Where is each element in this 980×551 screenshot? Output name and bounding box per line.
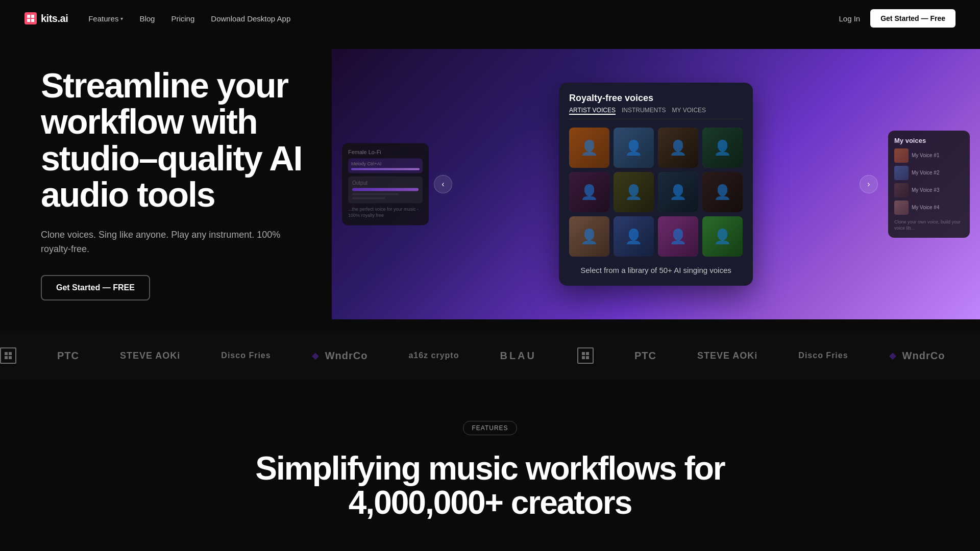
my-voice-thumb-2 <box>894 165 909 180</box>
chevron-down-icon: ▾ <box>120 16 123 21</box>
voice-cell-3[interactable]: 👤 <box>658 128 698 168</box>
my-voice-name-3: My Voice #3 <box>912 187 939 193</box>
features-badge: FEATURES <box>463 421 517 435</box>
tab-instruments[interactable]: INSTRUMENTS <box>622 107 666 115</box>
logo-discofries: Disco Fries <box>221 351 271 360</box>
my-voice-name-4: My Voice #4 <box>912 205 939 210</box>
svg-rect-4 <box>5 352 8 355</box>
nav-pricing[interactable]: Pricing <box>171 14 194 23</box>
features-title-line2: 4,000,000+ creators <box>349 484 631 521</box>
logo-ptc-2: PTC <box>634 350 656 362</box>
navbar: kits.ai Features ▾ Blog Pricing Download… <box>0 0 980 37</box>
nav-links: Features ▾ Blog Pricing Download Desktop… <box>88 14 290 23</box>
voice-cell-7[interactable]: 👤 <box>658 172 698 212</box>
hero-cta-button[interactable]: Get Started — FREE <box>41 275 150 300</box>
wndrco-icon-2: ◆ <box>889 350 896 361</box>
main-voices-card: Royalty-free voices ARTIST VOICES INSTRU… <box>559 83 753 286</box>
hero-left: Streamline your workflow with studio–qua… <box>0 37 332 331</box>
svg-rect-1 <box>31 15 34 18</box>
left-preview-card: Female Lo-Fi Melody Ctrl+AI Output ...th… <box>342 143 429 225</box>
logo-discofries-2: Disco Fries <box>798 351 848 360</box>
output-box: Output <box>348 176 423 203</box>
logo-ptc: PTC <box>57 350 79 362</box>
logo-item-grid-2 <box>577 347 594 364</box>
tab-my-voices[interactable]: MY VOICES <box>672 107 706 115</box>
logo-text: kits.ai <box>41 13 68 24</box>
left-card-label: Female Lo-Fi <box>348 149 423 155</box>
my-voice-item-4: My Voice #4 <box>894 200 964 214</box>
my-voice-thumb-4 <box>894 200 909 214</box>
hero-title: Streamline your workflow with studio–qua… <box>41 67 307 213</box>
audio-bar <box>352 188 419 191</box>
my-voice-item-1: My Voice #1 <box>894 148 964 162</box>
features-section: FEATURES Simplifying music workflows for… <box>0 380 980 551</box>
my-voice-item-3: My Voice #3 <box>894 183 964 197</box>
nav-cta-button[interactable]: Get Started — Free <box>870 9 955 28</box>
voice-cell-9[interactable]: 👤 <box>569 216 609 257</box>
nav-right: Log In Get Started — Free <box>839 9 955 28</box>
right-preview-card: My voices My Voice #1 My Voice #2 My Voi… <box>888 130 970 237</box>
nav-features[interactable]: Features ▾ <box>88 14 123 23</box>
login-button[interactable]: Log In <box>839 14 860 23</box>
logo-item-grid <box>0 347 16 364</box>
card-caption: Select from a library of 50+ AI singing … <box>569 265 743 276</box>
svg-rect-2 <box>27 19 30 22</box>
voice-cell-1[interactable]: 👤 <box>569 128 609 168</box>
svg-rect-6 <box>5 356 8 359</box>
hero-subtitle: Clone voices. Sing like anyone. Play any… <box>41 228 307 257</box>
hero-carousel: Female Lo-Fi Melody Ctrl+AI Output ...th… <box>332 49 980 319</box>
my-voice-name-2: My Voice #2 <box>912 170 939 176</box>
my-voice-thumb-3 <box>894 183 909 197</box>
logo-blau: BLAU <box>500 350 536 362</box>
right-caption-text: Clone your own voice, build your voice l… <box>894 218 964 231</box>
logo-a16z: a16z crypto <box>408 351 459 360</box>
logo-icon <box>24 12 37 24</box>
carousel-container: Female Lo-Fi Melody Ctrl+AI Output ...th… <box>332 49 980 319</box>
nav-left: kits.ai Features ▾ Blog Pricing Download… <box>24 12 290 24</box>
svg-rect-8 <box>582 352 585 355</box>
svg-rect-7 <box>9 356 12 359</box>
features-title-line1: Simplifying music workflows for <box>255 450 724 487</box>
hero-section: Streamline your workflow with studio–qua… <box>0 37 980 331</box>
voice-cell-8[interactable]: 👤 <box>702 172 743 212</box>
svg-rect-10 <box>582 356 585 359</box>
wndrco-icon: ◆ <box>312 350 319 361</box>
my-voice-name-1: My Voice #1 <box>912 153 939 158</box>
tab-artist-voices[interactable]: ARTIST VOICES <box>569 107 616 115</box>
svg-rect-0 <box>27 15 30 18</box>
features-title: Simplifying music workflows for 4,000,00… <box>24 452 955 520</box>
nav-blog[interactable]: Blog <box>139 14 155 23</box>
voice-cell-5[interactable]: 👤 <box>569 172 609 212</box>
voice-cell-4[interactable]: 👤 <box>702 128 743 168</box>
carousel-prev-button[interactable]: ‹ <box>434 175 452 193</box>
nav-download[interactable]: Download Desktop App <box>211 14 290 23</box>
grid-icon <box>0 347 16 364</box>
svg-rect-11 <box>586 356 589 359</box>
voice-grid: 👤 👤 👤 👤 👤 👤 👤 👤 👤 👤 👤 👤 <box>569 128 743 257</box>
voice-cell-10[interactable]: 👤 <box>614 216 654 257</box>
my-voice-thumb-1 <box>894 148 909 162</box>
voice-cell-11[interactable]: 👤 <box>658 216 698 257</box>
grid-icon-2 <box>577 347 594 364</box>
logo-steveaoki-2: STEVE AOKi <box>697 350 757 361</box>
voice-cell-6[interactable]: 👤 <box>614 172 654 212</box>
card-title: Royalty-free voices <box>569 93 743 104</box>
carousel-next-button[interactable]: › <box>860 175 878 193</box>
logo-wndrco: ◆ WndrCo <box>312 350 368 362</box>
svg-rect-5 <box>9 352 12 355</box>
logo-steveaoki: STEVE AOKi <box>120 350 180 361</box>
my-voice-item-2: My Voice #2 <box>894 165 964 180</box>
logos-strip: PTC STEVE AOKi Disco Fries ◆ WndrCo a16z… <box>0 331 980 380</box>
svg-rect-9 <box>586 352 589 355</box>
logo-wndrco-2: ◆ WndrCo <box>889 350 945 362</box>
logos-track: PTC STEVE AOKi Disco Fries ◆ WndrCo a16z… <box>0 347 980 364</box>
logo[interactable]: kits.ai <box>24 12 68 24</box>
voice-cell-12[interactable]: 👤 <box>702 216 743 257</box>
svg-rect-3 <box>31 19 34 22</box>
card-tabs: ARTIST VOICES INSTRUMENTS MY VOICES <box>569 107 743 119</box>
voice-cell-2[interactable]: 👤 <box>614 128 654 168</box>
left-caption-text: ...the perfect voice for your music - 10… <box>348 206 423 219</box>
right-card-title: My voices <box>894 136 964 144</box>
